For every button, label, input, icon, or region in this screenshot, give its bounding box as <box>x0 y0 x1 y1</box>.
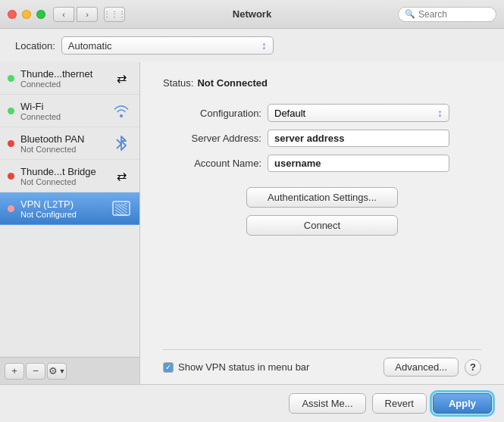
footer: Assist Me... Revert Apply <box>0 384 504 422</box>
main-area: Location: Automatic ↕ Thunde...thernet C… <box>0 29 504 422</box>
server-label: Server Address: <box>163 133 261 144</box>
vpn-icon <box>111 198 132 219</box>
bluetooth-icon <box>111 133 132 154</box>
status-dot-green <box>8 75 14 82</box>
sidebar-toolbar: + − ⚙ ▼ <box>0 357 139 384</box>
status-label: Status: <box>163 77 193 89</box>
assist-me-button[interactable]: Assist Me... <box>289 393 365 414</box>
gear-button[interactable]: ⚙ ▼ <box>47 363 67 380</box>
configuration-dropdown-arrow: ↕ <box>437 107 443 119</box>
maximize-button[interactable] <box>36 10 45 19</box>
traffic-lights <box>8 10 45 19</box>
sidebar-item-info: Wi-Fi Connected <box>20 101 105 121</box>
right-panel-bottom-buttons: Advanced... ? <box>383 358 481 377</box>
grid-button[interactable]: ⋮⋮⋮ <box>104 7 125 22</box>
form-area: Configuration: Default ↕ Server Address:… <box>163 104 481 172</box>
gear-icon: ⚙ <box>49 365 58 377</box>
location-bar: Location: Automatic ↕ <box>0 29 504 62</box>
forward-button[interactable]: › <box>77 7 98 22</box>
show-vpn-checkbox-row[interactable]: ✓ Show VPN status in menu bar <box>163 361 309 373</box>
configuration-value: Default <box>274 108 305 119</box>
server-row: Server Address: <box>163 130 481 147</box>
sidebar-item-name: Thunde...t Bridge <box>20 166 105 177</box>
buttons-area: Authentication Settings... Connect <box>163 187 481 236</box>
ethernet-icon: ⇄ <box>111 67 132 89</box>
sidebar-item-info: Bluetooth PAN Not Connected <box>20 133 105 154</box>
back-button[interactable]: ‹ <box>53 7 74 22</box>
wifi-icon <box>111 100 132 121</box>
sidebar-item-thunderbolt-ethernet[interactable]: Thunde...thernet Connected ⇄ <box>0 62 139 95</box>
location-label: Location: <box>15 40 55 52</box>
configuration-label: Configuration: <box>163 108 261 119</box>
status-dot-green <box>8 108 14 114</box>
search-input[interactable] <box>418 9 487 20</box>
status-value: Not Connected <box>197 77 267 89</box>
sidebar-item-name: Bluetooth PAN <box>20 133 105 145</box>
connect-button[interactable]: Connect <box>246 215 398 236</box>
server-address-input[interactable] <box>268 130 449 147</box>
search-icon: 🔍 <box>405 9 415 19</box>
right-panel: Status: Not Connected Configuration: Def… <box>140 62 504 384</box>
gear-dropdown-arrow: ▼ <box>59 367 66 375</box>
sidebar-item-status: Not Connected <box>20 145 105 154</box>
show-vpn-checkbox[interactable]: ✓ <box>163 362 174 373</box>
sidebar-item-info: Thunde...thernet Connected <box>20 68 105 89</box>
configuration-dropdown[interactable]: Default ↕ <box>268 104 449 122</box>
sidebar-item-status: Not Configured <box>20 210 105 219</box>
auth-settings-button[interactable]: Authentication Settings... <box>246 187 398 208</box>
show-vpn-label: Show VPN status in menu bar <box>178 361 309 373</box>
right-panel-bottom: ✓ Show VPN status in menu bar Advanced..… <box>163 349 481 384</box>
sidebar-item-status: Connected <box>20 112 105 121</box>
revert-button[interactable]: Revert <box>372 393 427 414</box>
window-title: Network <box>233 8 271 20</box>
location-dropdown-arrow: ↕ <box>261 39 267 52</box>
titlebar: ‹ › ⋮⋮⋮ Network 🔍 <box>0 0 504 29</box>
account-label: Account Name: <box>163 158 261 169</box>
sidebar-item-vpn-l2tp[interactable]: VPN (L2TP) Not Configured <box>0 192 139 225</box>
location-value: Automatic <box>68 40 112 52</box>
location-dropdown[interactable]: Automatic ↕ <box>61 36 274 55</box>
help-button[interactable]: ? <box>465 359 481 376</box>
sidebar-item-info: VPN (L2TP) Not Configured <box>20 198 105 219</box>
sidebar-item-name: Wi-Fi <box>20 101 105 112</box>
account-row: Account Name: <box>163 155 481 172</box>
sidebar-item-status: Connected <box>20 80 105 89</box>
sidebar: Thunde...thernet Connected ⇄ Wi-Fi Conne… <box>0 62 140 384</box>
sidebar-item-status: Not Connected <box>20 177 105 186</box>
close-button[interactable] <box>8 10 17 19</box>
sidebar-item-name: Thunde...thernet <box>20 68 105 80</box>
status-dot-red <box>8 205 14 212</box>
search-box[interactable]: 🔍 <box>398 7 496 22</box>
status-dot-red <box>8 173 14 180</box>
status-dot-red <box>8 140 14 147</box>
content-row: Thunde...thernet Connected ⇄ Wi-Fi Conne… <box>0 62 504 384</box>
sidebar-item-bluetooth-pan[interactable]: Bluetooth PAN Not Connected <box>0 127 139 160</box>
configuration-row: Configuration: Default ↕ <box>163 104 481 122</box>
account-name-input[interactable] <box>268 155 449 172</box>
status-row: Status: Not Connected <box>163 77 481 89</box>
bridge-icon: ⇄ <box>111 165 132 186</box>
sidebar-item-wifi[interactable]: Wi-Fi Connected <box>0 95 139 127</box>
remove-button[interactable]: − <box>26 363 45 380</box>
sidebar-list: Thunde...thernet Connected ⇄ Wi-Fi Conne… <box>0 62 139 357</box>
sidebar-item-info: Thunde...t Bridge Not Connected <box>20 166 105 186</box>
apply-button[interactable]: Apply <box>433 393 492 414</box>
add-button[interactable]: + <box>5 363 24 380</box>
sidebar-item-name: VPN (L2TP) <box>20 198 105 210</box>
advanced-button[interactable]: Advanced... <box>383 358 459 377</box>
nav-buttons: ‹ › <box>53 7 98 22</box>
sidebar-item-thunderbolt-bridge[interactable]: Thunde...t Bridge Not Connected ⇄ <box>0 160 139 192</box>
minimize-button[interactable] <box>22 10 31 19</box>
